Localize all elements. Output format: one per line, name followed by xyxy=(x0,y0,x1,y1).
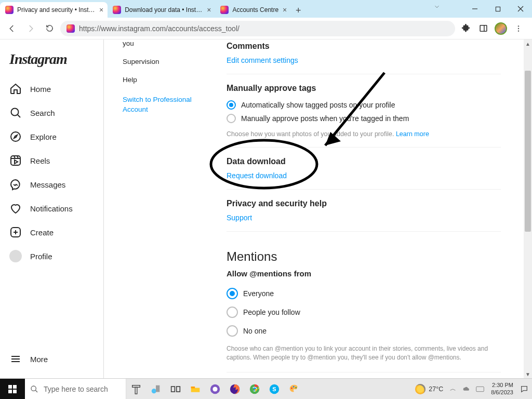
scrollbar-thumb[interactable] xyxy=(525,71,531,232)
nav-back-button[interactable] xyxy=(4,21,20,36)
sidepanel-icon[interactable] xyxy=(476,21,490,36)
url-input[interactable]: https://www.instagram.com/accounts/acces… xyxy=(60,21,455,36)
section-title: Mentions xyxy=(227,249,501,264)
svg-rect-27 xyxy=(8,385,12,389)
taskbar-firefox[interactable] xyxy=(225,379,245,400)
tray-chevron-icon[interactable]: ︿ xyxy=(447,384,459,393)
clock-date: 8/6/2023 xyxy=(491,389,513,396)
tab-close-icon[interactable]: × xyxy=(99,6,103,14)
radio-icon[interactable] xyxy=(227,307,238,318)
nav-label: Search xyxy=(30,109,55,117)
new-tab-button[interactable]: + xyxy=(291,3,305,18)
start-button[interactable] xyxy=(0,379,25,400)
settings-item-help[interactable]: Help xyxy=(123,71,206,89)
tray-notifications-icon[interactable] xyxy=(518,385,530,393)
home-icon xyxy=(9,83,22,95)
browser-tab[interactable]: Accounts Centre × xyxy=(215,2,291,18)
instagram-favicon-icon xyxy=(220,6,229,14)
section-privacy-help: Privacy and security help Support xyxy=(227,190,501,232)
taskbar-tor[interactable] xyxy=(205,379,225,400)
nav-profile[interactable]: Profile xyxy=(5,244,98,268)
nav-more[interactable]: More xyxy=(5,347,98,371)
system-tray: ︿ 2:30 PM 8/6/2023 xyxy=(447,379,532,400)
radio-icon[interactable] xyxy=(227,325,238,337)
taskbar-file-explorer[interactable] xyxy=(185,379,205,400)
svg-rect-37 xyxy=(171,387,175,392)
search-icon xyxy=(9,107,22,119)
radio-option-manual[interactable]: Manually approve posts when you're tagge… xyxy=(227,112,501,125)
tab-title: Accounts Centre xyxy=(232,6,278,14)
svg-rect-28 xyxy=(13,385,17,389)
search-placeholder: Type here to search xyxy=(44,385,108,393)
address-bar: https://www.instagram.com/accounts/acces… xyxy=(0,18,532,39)
taskbar-skype[interactable]: S xyxy=(264,379,284,400)
tab-close-icon[interactable]: × xyxy=(207,6,211,14)
extensions-icon[interactable] xyxy=(458,21,473,36)
radio-option-noone[interactable]: No one xyxy=(227,322,501,340)
radio-option-everyone[interactable]: Everyone xyxy=(227,284,501,303)
svg-point-6 xyxy=(518,25,519,26)
radio-icon[interactable] xyxy=(227,100,236,110)
nav-search[interactable]: Search xyxy=(5,101,98,125)
nav-reels[interactable]: Reels xyxy=(5,149,98,172)
browser-tab-active[interactable]: Privacy and security • Instagram × xyxy=(0,2,108,18)
support-link[interactable]: Support xyxy=(227,214,252,222)
taskbar-weather[interactable]: 27°C xyxy=(411,384,447,394)
instagram-left-nav: Instagram Home Search Explore Reels Mess… xyxy=(0,39,104,378)
radio-icon[interactable] xyxy=(227,114,236,123)
svg-rect-30 xyxy=(13,390,17,393)
taskbar-search[interactable]: Type here to search xyxy=(25,379,126,400)
nav-forward-button[interactable] xyxy=(23,21,38,36)
window-minimize-button[interactable] xyxy=(463,1,486,17)
settings-item-supervision[interactable]: Supervision xyxy=(123,52,206,71)
learn-more-link[interactable]: Learn more xyxy=(396,130,429,138)
radio-option-following[interactable]: People you follow xyxy=(227,303,501,322)
scroll-up-icon[interactable]: ▲ xyxy=(524,39,532,48)
radio-option-auto[interactable]: Automatically show tagged posts on your … xyxy=(227,98,501,112)
scroll-down-icon[interactable]: ▼ xyxy=(524,370,532,378)
browser-titlebar: Privacy and security • Instagram × Downl… xyxy=(0,0,532,18)
mentions-help-text: Choose who can @mention you to link your… xyxy=(227,344,501,363)
nav-create[interactable]: Create xyxy=(5,220,98,244)
clock-time: 2:30 PM xyxy=(491,382,513,389)
nav-reload-button[interactable] xyxy=(42,21,57,36)
page-scrollbar[interactable]: ▲ ▼ xyxy=(524,39,532,378)
browser-tab[interactable]: Download your data • Instagram × xyxy=(108,2,215,18)
request-download-link[interactable]: Request download xyxy=(227,171,287,180)
svg-rect-36 xyxy=(156,385,159,392)
nav-label: More xyxy=(30,355,48,364)
nav-messages[interactable]: Messages xyxy=(5,172,98,196)
settings-main: Comments Edit comment settings Manually … xyxy=(227,39,511,378)
taskbar-app-1[interactable] xyxy=(126,379,146,400)
compass-icon xyxy=(9,130,22,143)
tab-search-button[interactable] xyxy=(433,3,441,12)
window-maximize-button[interactable] xyxy=(486,1,509,17)
instagram-wordmark[interactable]: Instagram xyxy=(5,47,98,77)
profile-avatar[interactable] xyxy=(494,21,508,36)
nav-home[interactable]: Home xyxy=(5,77,98,101)
reels-icon xyxy=(9,154,22,167)
tray-keyboard-icon[interactable] xyxy=(474,386,486,392)
svg-point-7 xyxy=(518,28,519,29)
switch-professional-link[interactable]: Switch to Professional Account xyxy=(123,89,206,115)
site-favicon-icon xyxy=(66,24,75,33)
taskbar-app-2[interactable] xyxy=(146,379,166,400)
tab-close-icon[interactable]: × xyxy=(283,6,287,14)
svg-rect-38 xyxy=(177,387,180,392)
taskbar-clock[interactable]: 2:30 PM 8/6/2023 xyxy=(488,382,516,395)
tray-onedrive-icon[interactable] xyxy=(461,386,472,392)
browser-menu-button[interactable] xyxy=(511,21,526,36)
nav-explore[interactable]: Explore xyxy=(5,125,98,149)
instagram-favicon-icon xyxy=(5,6,14,14)
taskbar-chrome[interactable] xyxy=(245,379,264,400)
svg-text:S: S xyxy=(272,385,276,392)
taskbar-paint[interactable] xyxy=(284,379,304,400)
profile-avatar-icon xyxy=(9,250,22,262)
settings-item-truncated[interactable]: you xyxy=(123,39,206,52)
edit-comment-settings-link[interactable]: Edit comment settings xyxy=(227,56,298,64)
nav-notifications[interactable]: Notifications xyxy=(5,196,98,220)
radio-icon[interactable] xyxy=(227,288,238,299)
url-text: https://www.instagram.com/accounts/acces… xyxy=(79,24,240,33)
taskbar-task-view[interactable] xyxy=(166,379,185,400)
window-close-button[interactable] xyxy=(509,1,532,17)
